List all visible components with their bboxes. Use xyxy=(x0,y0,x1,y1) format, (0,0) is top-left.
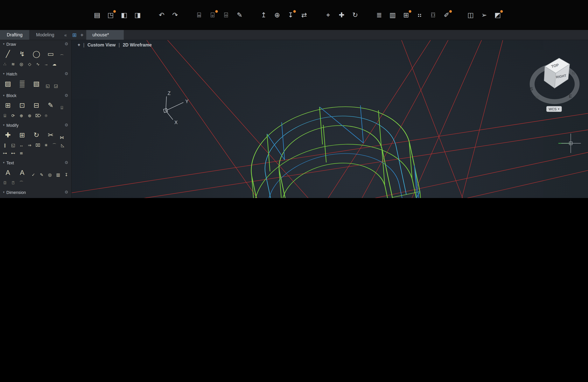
extend-tool[interactable]: ⇒ xyxy=(27,142,32,149)
export-pdf-tool[interactable]: ⌼ xyxy=(2,179,8,186)
find-replace-tool[interactable]: ◎ xyxy=(47,171,53,178)
define-attribute-tool[interactable]: ⌻ xyxy=(59,104,64,111)
block-section-gear-icon[interactable]: ⚙ xyxy=(64,93,68,98)
collapse-tabs-button[interactable]: « xyxy=(61,30,70,40)
redo-icon[interactable]: ↷ xyxy=(170,10,180,20)
boundary-tool[interactable]: ▧ xyxy=(31,78,42,89)
drawing-tab-uhouse[interactable]: uhouse* xyxy=(86,30,124,40)
scale-tool[interactable]: ◱ xyxy=(10,142,16,149)
section-header-block[interactable]: ▾ Block ⚙ xyxy=(0,92,71,100)
layout-switcher-icon[interactable]: ⊞ xyxy=(72,32,77,38)
dimension-section-gear-icon[interactable]: ⚙ xyxy=(64,190,68,195)
chamfer-tool[interactable]: ◺ xyxy=(60,142,65,149)
design-center-icon[interactable]: ⊞ xyxy=(401,10,411,20)
section-header-dimension[interactable]: ▾ Dimension ⚙ xyxy=(0,188,71,196)
draw-section-gear-icon[interactable]: ⚙ xyxy=(64,42,68,46)
ray-tool[interactable]: → xyxy=(43,61,49,67)
gradient-tool[interactable]: ▒ xyxy=(17,78,28,89)
insert-block-tool[interactable]: ⊞ xyxy=(2,100,14,111)
trim-tool[interactable]: ✂ xyxy=(45,129,56,141)
join-tool[interactable]: ⊶ xyxy=(2,149,8,156)
visual-style-control[interactable]: 2D Wireframe xyxy=(123,42,152,48)
polygon-tool[interactable]: ◇ xyxy=(27,61,32,67)
offset-tool[interactable]: ∥ xyxy=(2,142,8,149)
multiline-tool[interactable]: ≋ xyxy=(10,61,16,67)
data-extraction-icon[interactable]: ↧ xyxy=(286,10,295,20)
zoom-window-icon[interactable]: ⌖ xyxy=(323,10,333,20)
new-drawing-tab-button[interactable]: + xyxy=(78,32,85,38)
import-text-tool[interactable]: ↧ xyxy=(64,171,69,178)
ellipse-tool[interactable]: ◎ xyxy=(19,61,24,67)
content-palette-icon[interactable]: ◫ xyxy=(466,10,475,20)
edit-attribute-tool[interactable]: ⌸ xyxy=(2,112,8,119)
rotate-tool[interactable]: ↻ xyxy=(31,129,42,141)
drawing-canvas[interactable]: Z Y X xyxy=(72,40,588,198)
geolocation-icon[interactable]: ⠶ xyxy=(415,10,424,20)
save-icon[interactable]: ◧ xyxy=(119,10,129,20)
count-blocks-tool[interactable]: ⌾ xyxy=(43,112,49,119)
hatch-tool[interactable]: ▨ xyxy=(2,78,14,89)
open-icon[interactable]: ◳ xyxy=(106,10,116,20)
section-header-text[interactable]: ▾ Text ⚙ xyxy=(0,159,71,167)
tab-modeling[interactable]: Modeling xyxy=(29,30,61,40)
create-block-tool[interactable]: ⊡ xyxy=(17,100,28,111)
revision-cloud-tool[interactable]: ☁ xyxy=(52,61,57,67)
layer-properties-icon[interactable]: ≣ xyxy=(374,10,384,20)
attach-reference-icon[interactable]: ⊕ xyxy=(272,10,282,20)
align-tool[interactable]: ≌ xyxy=(19,149,24,156)
pan-icon[interactable]: ✚ xyxy=(337,10,346,20)
section-header-modify[interactable]: ▾ Modify ⚙ xyxy=(0,121,71,129)
arc-tool[interactable]: ⌒ xyxy=(59,53,64,60)
spline-tool[interactable]: ∿ xyxy=(35,61,41,67)
field-tool[interactable]: ⍞ xyxy=(10,179,16,186)
tab-drafting[interactable]: Drafting xyxy=(0,30,29,40)
polyline-tool[interactable]: ↯ xyxy=(17,48,28,60)
hatch-section-gear-icon[interactable]: ⚙ xyxy=(64,71,68,76)
mirror-tool[interactable]: ⋈ xyxy=(59,134,64,141)
section-header-draw[interactable]: ▾ Draw ⚙ xyxy=(0,40,71,48)
text-section-gear-icon[interactable]: ⚙ xyxy=(64,160,68,165)
plot-icon[interactable]: ⌻ xyxy=(208,10,217,20)
multiline-text-tool[interactable]: A xyxy=(2,167,14,178)
page-setup-icon[interactable]: ✎ xyxy=(235,10,244,20)
plot-preview-icon[interactable]: ⌹ xyxy=(221,10,231,20)
stretch-tool[interactable]: ↔ xyxy=(19,142,24,149)
spell-check-tool[interactable]: ✓ xyxy=(31,171,36,178)
fillet-tool[interactable]: ⌒ xyxy=(52,142,57,149)
pdf-export-icon[interactable]: ⌼ xyxy=(428,10,438,20)
undo-icon[interactable]: ↶ xyxy=(157,10,167,20)
line-tool[interactable]: ╱ xyxy=(2,48,14,60)
tool-palettes-icon[interactable]: ▥ xyxy=(388,10,398,20)
viewcube[interactable]: N S E W TOP RIGHT xyxy=(526,56,582,106)
insert-icon[interactable]: ↥ xyxy=(259,10,269,20)
copy-tool[interactable]: ⊞ xyxy=(17,129,28,141)
bind-xref-tool[interactable]: ⊛ xyxy=(27,112,32,119)
share-icon[interactable]: ➢ xyxy=(479,10,489,20)
rectangle-tool[interactable]: ▭ xyxy=(45,48,56,60)
block-editor-tool[interactable]: ✎ xyxy=(45,100,56,111)
text-style-tool[interactable]: ✎ xyxy=(39,171,44,178)
linear-dimension-tool[interactable]: ⟷ xyxy=(2,197,14,198)
export-icon[interactable]: ⇄ xyxy=(299,10,309,20)
single-line-text-tool[interactable]: A xyxy=(17,167,28,178)
explode-tool[interactable]: ✳ xyxy=(43,142,49,149)
sync-attributes-tool[interactable]: ⟳ xyxy=(10,112,16,119)
measure-icon[interactable]: ✐ xyxy=(442,10,452,20)
text-columns-tool[interactable]: ▥ xyxy=(55,171,61,178)
hatch-edit-tool[interactable]: ◱ xyxy=(45,83,50,89)
modify-section-gear-icon[interactable]: ⚙ xyxy=(64,123,68,127)
set-base-point-tool[interactable]: ⊕ xyxy=(19,112,24,119)
dimension-style-tool[interactable]: ✎ xyxy=(17,197,28,198)
save-as-icon[interactable]: ◨ xyxy=(133,10,143,20)
write-block-tool[interactable]: ⊟ xyxy=(31,100,42,111)
wcs-dropdown[interactable]: WCS ▾ xyxy=(546,106,562,112)
break-tool[interactable]: ⊷ xyxy=(10,149,16,156)
drawing-viewport[interactable]: + | Custom View | 2D Wireframe xyxy=(72,40,588,198)
arc-text-tool[interactable]: ⌒ xyxy=(19,179,24,186)
new-drawing-icon[interactable]: ▤ xyxy=(92,10,102,20)
print-icon[interactable]: ⌸ xyxy=(194,10,204,20)
move-tool[interactable]: ✚ xyxy=(2,129,14,141)
erase-tool[interactable]: ⌧ xyxy=(35,142,41,149)
view-name-control[interactable]: Custom View xyxy=(87,42,116,48)
orbit-icon[interactable]: ↻ xyxy=(350,10,360,20)
